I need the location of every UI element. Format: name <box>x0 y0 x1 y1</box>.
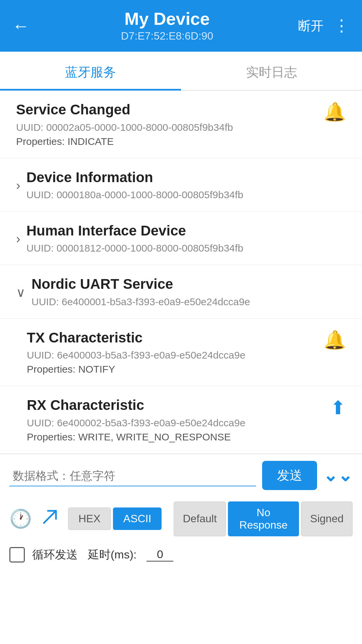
bottom-toolbar: 🕐 HEX ASCII Default No Response Signed <box>0 495 362 540</box>
rx-characteristic-uuid: UUID: 6e400002-b5a3-f393-e0a9-e50e24dcca… <box>27 417 245 429</box>
back-button[interactable]: ← <box>12 17 36 35</box>
disconnect-button[interactable]: 断开 <box>298 17 323 35</box>
tx-characteristic-header: TX Characteristic UUID: 6e400003-b5a3-f3… <box>27 329 346 375</box>
service-item-rx-characteristic: RX Characteristic UUID: 6e400002-b5a3-f3… <box>0 386 362 453</box>
tx-characteristic-title: TX Characteristic <box>27 329 245 346</box>
rx-characteristic-title: RX Characteristic <box>27 397 245 414</box>
nordic-uart-title: Nordic UART Service <box>32 276 250 292</box>
service-changed-info: Service Changed UUID: 00002a05-0000-1000… <box>16 101 233 147</box>
expand-input-button[interactable]: ⌄⌄ <box>323 465 353 485</box>
response-group: Default No Response Signed <box>174 501 353 536</box>
more-menu-button[interactable]: ⋮ <box>334 18 350 34</box>
nordic-uart-uuid: UUID: 6e400001-b5a3-f393-e0a9-e50e24dcca… <box>32 296 250 308</box>
clock-icon: 🕐 <box>9 508 32 529</box>
tx-characteristic-uuid: UUID: 6e400003-b5a3-f393-e0a9-e50e24dcca… <box>27 350 245 361</box>
human-interface-device-chevron-icon: › <box>16 232 20 245</box>
header-actions: 断开 ⋮ <box>298 17 350 35</box>
tx-characteristic-properties: Properties: NOTIFY <box>27 364 245 375</box>
loop-send-label: 循环发送 <box>32 547 78 562</box>
nordic-uart-info: Nordic UART Service UUID: 6e400001-b5a3-… <box>32 276 250 307</box>
response-signed-button[interactable]: Signed <box>301 501 353 536</box>
service-changed-header: Service Changed UUID: 00002a05-0000-1000… <box>16 101 346 147</box>
format-ascii-button[interactable]: ASCII <box>113 507 162 530</box>
tx-characteristic-info: TX Characteristic UUID: 6e400003-b5a3-f3… <box>27 329 245 375</box>
send-button[interactable]: 发送 <box>262 461 317 490</box>
loop-delay-input[interactable] <box>146 548 173 561</box>
page-title: My Device <box>124 9 209 29</box>
data-input-field[interactable] <box>9 465 256 486</box>
human-interface-device-title: Human Interface Device <box>26 222 243 239</box>
svg-line-0 <box>44 511 56 523</box>
service-changed-bell-icon[interactable]: 🔔 <box>323 101 346 122</box>
format-group: HEX ASCII <box>68 507 162 530</box>
tx-characteristic-bell-icon[interactable]: 🔔 <box>323 329 346 351</box>
loop-send-checkbox[interactable] <box>9 547 25 562</box>
rx-characteristic-header: RX Characteristic UUID: 6e400002-b5a3-f3… <box>27 397 346 442</box>
nordic-uart-expand[interactable]: ∨ Nordic UART Service UUID: 6e400001-b5a… <box>16 276 250 307</box>
service-changed-uuid: UUID: 00002a05-0000-1000-8000-00805f9b34… <box>16 122 233 133</box>
input-bar: 发送 ⌄⌄ <box>0 454 362 495</box>
format-hex-button[interactable]: HEX <box>68 507 111 530</box>
tab-bluetooth-services[interactable]: 蓝牙服务 <box>0 52 181 91</box>
service-item-service-changed: Service Changed UUID: 00002a05-0000-1000… <box>0 91 362 158</box>
human-interface-device-expand[interactable]: › Human Interface Device UUID: 00001812-… <box>16 222 243 254</box>
device-mac-address: D7:E7:52:E8:6D:90 <box>121 30 214 42</box>
service-list: Service Changed UUID: 00002a05-0000-1000… <box>0 91 362 453</box>
service-item-nordic-uart: ∨ Nordic UART Service UUID: 6e400001-b5a… <box>0 265 362 318</box>
device-information-chevron-icon: › <box>16 179 20 192</box>
response-default-button[interactable]: Default <box>174 501 226 536</box>
header-title-block: My Device D7:E7:52:E8:6D:90 <box>36 9 298 42</box>
service-changed-properties: Properties: INDICATE <box>16 136 233 147</box>
rx-characteristic-properties: Properties: WRITE, WRITE_NO_RESPONSE <box>27 431 245 443</box>
tab-bar: 蓝牙服务 实时日志 <box>0 52 362 91</box>
loop-row: 循环发送 延时(ms): <box>0 540 362 571</box>
device-information-expand[interactable]: › Device Information UUID: 0000180a-0000… <box>16 169 243 201</box>
service-item-device-information: › Device Information UUID: 0000180a-0000… <box>0 158 362 212</box>
device-information-uuid: UUID: 0000180a-0000-1000-8000-00805f9b34… <box>26 189 243 201</box>
service-item-human-interface-device: › Human Interface Device UUID: 00001812-… <box>0 212 362 265</box>
service-changed-title: Service Changed <box>16 101 233 118</box>
header: ← My Device D7:E7:52:E8:6D:90 断开 ⋮ <box>0 0 362 52</box>
human-interface-device-info: Human Interface Device UUID: 00001812-00… <box>26 222 243 254</box>
history-button[interactable]: 🕐 <box>9 508 32 529</box>
device-information-info: Device Information UUID: 0000180a-0000-1… <box>26 169 243 201</box>
expand-down-icon: ⌄⌄ <box>323 465 353 485</box>
nordic-uart-chevron-icon: ∨ <box>16 286 25 299</box>
loop-delay-label: 延时(ms): <box>88 547 136 562</box>
send-template-icon <box>41 508 59 530</box>
send-template-button[interactable] <box>41 508 59 530</box>
rx-characteristic-upload-icon[interactable]: ⬆ <box>330 397 346 419</box>
nordic-uart-header[interactable]: ∨ Nordic UART Service UUID: 6e400001-b5a… <box>16 276 346 307</box>
human-interface-device-uuid: UUID: 00001812-0000-1000-8000-00805f9b34… <box>26 243 243 254</box>
response-no-response-button[interactable]: No Response <box>228 501 299 536</box>
device-information-title: Device Information <box>26 169 243 186</box>
rx-characteristic-info: RX Characteristic UUID: 6e400002-b5a3-f3… <box>27 397 245 442</box>
tab-realtime-log[interactable]: 实时日志 <box>181 52 362 91</box>
human-interface-device-header[interactable]: › Human Interface Device UUID: 00001812-… <box>16 222 346 254</box>
device-information-header[interactable]: › Device Information UUID: 0000180a-0000… <box>16 169 346 201</box>
service-item-tx-characteristic: TX Characteristic UUID: 6e400003-b5a3-f3… <box>0 319 362 386</box>
